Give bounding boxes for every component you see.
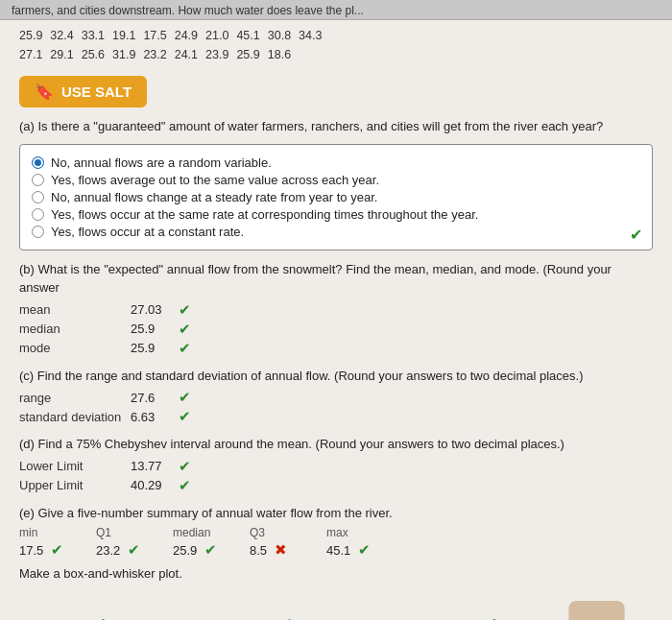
- field-label: standard deviation: [19, 410, 125, 424]
- five-num-value-0: 17.5: [19, 543, 43, 558]
- five-num-header-2: median: [173, 526, 210, 539]
- top-bar-text: farmers, and cities downstream. How much…: [12, 4, 364, 17]
- correct-check: ✔: [179, 340, 191, 357]
- radio-label-2: No, annual flows change at a steady rate…: [51, 190, 377, 204]
- radio-option-1[interactable]: Yes, flows average out to the same value…: [32, 173, 640, 187]
- answer-row: range27.6✔: [19, 389, 653, 406]
- field-label: mean: [19, 302, 125, 317]
- radio-circle-2: [32, 191, 44, 203]
- correct-check: ✔: [128, 541, 140, 559]
- correct-check: ✔: [179, 477, 191, 494]
- field-label: median: [19, 322, 125, 336]
- part-a-correct-check: ✔: [630, 226, 642, 244]
- radio-label-3: Yes, flows occur at the same rate at cor…: [51, 207, 478, 222]
- part-e-five-numbers: min17.5✔Q123.2✔median25.9✔Q38.5✖max45.1✔: [19, 526, 653, 559]
- radio-option-4[interactable]: Yes, flows occur at a constant rate.: [32, 225, 640, 239]
- field-value: 6.63: [131, 410, 169, 424]
- five-num-val-row-3: 8.5✖: [250, 541, 287, 559]
- radio-circle-3: [32, 208, 44, 221]
- field-value: 27.03: [131, 302, 169, 317]
- number-cell: 25.9: [236, 45, 267, 64]
- radio-option-3[interactable]: Yes, flows occur at the same rate at cor…: [32, 207, 640, 222]
- answer-row: Upper Limit40.29✔: [19, 477, 653, 494]
- use-salt-button[interactable]: 🔖 USE SALT: [19, 76, 147, 107]
- correct-check: ✔: [179, 458, 191, 475]
- correct-check: ✔: [358, 541, 371, 559]
- number-cell: 19.1: [112, 26, 143, 45]
- page: farmers, and cities downstream. How much…: [0, 0, 672, 620]
- five-num-val-row-2: 25.9✔: [173, 541, 217, 559]
- top-numbers: 25.932.433.119.117.524.921.045.130.834.3…: [0, 20, 672, 68]
- five-num-cell-4: max45.1✔: [326, 526, 403, 559]
- radio-option-2[interactable]: No, annual flows change at a steady rate…: [32, 190, 640, 204]
- five-num-val-row-1: 23.2✔: [96, 541, 140, 559]
- part-c-question: (c) Find the range and standard deviatio…: [19, 367, 653, 386]
- number-cell: 33.1: [82, 26, 112, 45]
- number-cell: 17.5: [143, 26, 174, 45]
- number-cell: 23.9: [205, 45, 236, 64]
- five-num-value-2: 25.9: [173, 543, 197, 558]
- five-num-value-3: 8.5: [250, 543, 267, 558]
- number-cell: 25.6: [82, 45, 112, 64]
- number-cell: 27.1: [19, 45, 50, 64]
- radio-label-1: Yes, flows average out to the same value…: [51, 173, 379, 187]
- number-cell: 45.1: [236, 26, 267, 45]
- part-d-question: (d) Find a 75% Chebyshev interval around…: [19, 435, 653, 454]
- five-num-cell-3: Q38.5✖: [250, 526, 326, 559]
- radio-circle-1: [32, 174, 44, 186]
- field-value: 40.29: [131, 478, 169, 492]
- five-num-val-row-4: 45.1✔: [326, 541, 371, 559]
- field-value: 25.9: [131, 322, 169, 336]
- five-num-header-1: Q1: [96, 526, 111, 539]
- answer-row: median25.9✔: [19, 321, 653, 338]
- number-cell: 25.9: [19, 26, 50, 45]
- box-plot-area: 50 35 50 35: [19, 590, 653, 620]
- part-b-fields: mean27.03✔median25.9✔mode25.9✔: [19, 301, 653, 357]
- field-value: 27.6: [131, 391, 169, 405]
- field-label: range: [19, 391, 125, 405]
- correct-check: ✔: [51, 541, 63, 559]
- number-cell: 24.9: [175, 26, 205, 45]
- make-plot-label: Make a box-and-whisker plot.: [19, 566, 653, 581]
- part-a-question: (a) Is there a "guaranteed" amount of wa…: [19, 117, 653, 136]
- svg-rect-14: [568, 601, 624, 620]
- answer-row: mode25.9✔: [19, 340, 653, 357]
- number-cell: 31.9: [112, 45, 143, 64]
- number-cell: 34.3: [299, 26, 329, 45]
- answer-row: standard deviation6.63✔: [19, 408, 653, 425]
- answer-row: Lower Limit13.77✔: [19, 458, 653, 475]
- number-cell: 32.4: [50, 26, 81, 45]
- wrong-check: ✖: [275, 541, 287, 559]
- radio-circle-4: [32, 226, 44, 238]
- use-salt-label: USE SALT: [61, 83, 132, 100]
- main-content: (a) Is there a "guaranteed" amount of wa…: [0, 117, 672, 620]
- five-num-header-3: Q3: [250, 526, 265, 539]
- field-value: 25.9: [131, 341, 169, 355]
- part-a-answer-box: No, annual flows are a random variable.Y…: [19, 144, 653, 250]
- radio-label-0: No, annual flows are a random variable.: [51, 155, 272, 170]
- five-num-value-1: 23.2: [96, 543, 120, 558]
- field-label: Upper Limit: [19, 478, 125, 492]
- number-cell: 21.0: [205, 26, 236, 45]
- number-cell: 24.1: [175, 45, 205, 64]
- number-cell: 23.2: [143, 45, 174, 64]
- radio-circle-0: [32, 156, 44, 169]
- answer-row: mean27.03✔: [19, 301, 653, 319]
- five-num-cell-1: Q123.2✔: [96, 526, 173, 559]
- part-e-question: (e) Give a five-number summary of annual…: [19, 504, 653, 523]
- correct-check: ✔: [179, 321, 191, 338]
- correct-check: ✔: [179, 301, 191, 319]
- part-b-question: (b) What is the "expected" annual flow f…: [19, 260, 653, 298]
- five-num-cell-2: median25.9✔: [173, 526, 250, 559]
- radio-label-4: Yes, flows occur at a constant rate.: [51, 225, 244, 239]
- field-label: Lower Limit: [19, 459, 125, 473]
- five-num-value-4: 45.1: [326, 543, 350, 558]
- radio-option-0[interactable]: No, annual flows are a random variable.: [32, 155, 640, 170]
- number-cell: 18.6: [268, 45, 299, 64]
- correct-check: ✔: [204, 541, 217, 559]
- number-cell: 29.1: [50, 45, 81, 64]
- five-num-cell-0: min17.5✔: [19, 526, 96, 559]
- part-d-fields: Lower Limit13.77✔Upper Limit40.29✔: [19, 458, 653, 494]
- field-value: 13.77: [131, 459, 169, 473]
- field-label: mode: [19, 341, 125, 355]
